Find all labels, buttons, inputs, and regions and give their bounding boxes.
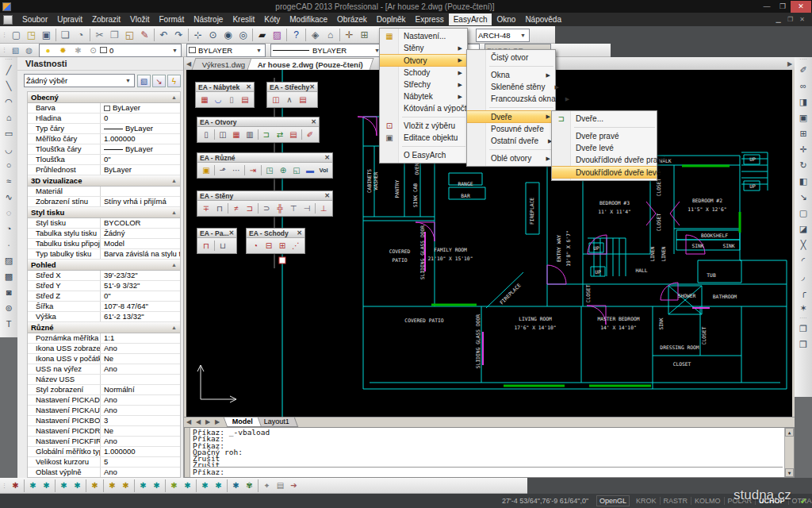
status-check-icon[interactable]: ✔ (800, 496, 807, 506)
layout-tab-scroll-icon[interactable]: ▶ (213, 418, 222, 427)
property-row[interactable]: Název USS (28, 375, 180, 385)
status-toggle-rastr[interactable]: RASTR (661, 497, 692, 505)
command-scrollbar[interactable]: ▲ ▼ (784, 428, 794, 477)
ea-tool-icon[interactable]: ⊥ (317, 202, 330, 214)
menu-item-nastavení-[interactable]: ▦Nastavení... (380, 30, 467, 42)
ea-tool-icon[interactable]: ⊣ (301, 202, 313, 214)
toolbar-icon[interactable]: ✱ (136, 479, 150, 491)
property-row[interactable]: Ikona USS zobrazeníAno (28, 344, 180, 354)
collapse-icon[interactable]: ▲ (171, 94, 177, 100)
menubar-item-easyarch[interactable]: EasyArch (449, 13, 492, 25)
property-row[interactable]: Typ čáryByLayer (28, 124, 180, 134)
color-combo[interactable]: BYLAYER ▼ (186, 44, 266, 57)
menu-item-oblé-otvory[interactable]: Oblé otvory▶ (467, 152, 555, 164)
ea-tool-icon[interactable]: ⊟ (262, 240, 275, 252)
property-row[interactable]: Střed X39'-23/32" (28, 271, 180, 281)
property-value[interactable]: 0" (101, 155, 180, 164)
toolbar-icon[interactable]: ✱ (150, 479, 163, 491)
property-row[interactable]: Střed Y51'-9 3/32" (28, 281, 180, 291)
property-value[interactable]: 51'-9 3/32" (101, 281, 180, 291)
toolbar-icon[interactable]: ✛ (342, 28, 357, 42)
toolbar-icon[interactable]: ✱ (26, 479, 40, 491)
draw-tool-icon[interactable]: ∙ (2, 237, 16, 252)
ea-tool-icon[interactable]: ⊞ (276, 240, 289, 252)
properties-section-header[interactable]: Různé▲ (28, 322, 180, 333)
property-value[interactable]: 5 (101, 457, 180, 467)
close-icon[interactable]: ✕ (246, 83, 251, 90)
menu-item-francouzská-okna[interactable]: Francouzská okna▶ (467, 93, 555, 105)
menubar-item-okno[interactable]: Okno (492, 13, 520, 25)
layout-tab-scroll-icon[interactable]: ◀ (184, 418, 193, 427)
property-value[interactable]: ByLayer (101, 124, 180, 133)
toolbar-icon[interactable]: ✱ (105, 479, 119, 491)
property-row[interactable]: Globální měřítko typu č...1.000000 (28, 447, 180, 457)
property-value[interactable]: 1.000000 (101, 134, 180, 144)
property-value[interactable]: Ano (101, 437, 180, 446)
properties-section-header[interactable]: Styl tisku▲ (28, 207, 180, 218)
toolbar-icon[interactable]: ↷ (171, 28, 186, 42)
property-row[interactable]: Materiál (28, 187, 180, 197)
modify-tool-icon[interactable]: ╳ (796, 237, 810, 252)
ea-tool-icon[interactable]: ⊤ (287, 202, 300, 214)
document-tab[interactable]: Výkres1.dwg (192, 58, 256, 70)
menubar-item-modifikace[interactable]: Modifikace (285, 13, 332, 25)
draw-tool-icon[interactable]: ∿ (2, 189, 16, 205)
ea-tool-icon[interactable]: ⊕ (277, 164, 289, 176)
toolbar-icon[interactable]: ✱ (9, 479, 22, 491)
property-value[interactable]: BYCOLOR (101, 218, 180, 228)
property-row[interactable]: Střed Z0" (28, 291, 180, 302)
property-value[interactable]: 107'-8 47/64" (101, 302, 180, 311)
toolbar-icon[interactable]: ✂ (92, 28, 107, 42)
property-row[interactable]: Nastavení PICKDRAGNe (28, 426, 180, 437)
toolbar-icon[interactable]: ✱ (40, 479, 53, 491)
ea-tool-icon[interactable]: ▤ (287, 129, 300, 140)
property-value[interactable]: Ano (101, 468, 180, 477)
modify-tool-icon[interactable]: ∞ (796, 78, 810, 94)
selection-combo[interactable]: Žádný výběr ▼ (24, 74, 135, 87)
modify-tool-icon[interactable]: ❒ (796, 337, 810, 352)
menu-item-střechy[interactable]: Střechy▶ (380, 79, 467, 90)
ea-tool-icon[interactable]: ⊐ (260, 129, 273, 140)
ea-tool-icon[interactable]: ⊐ (243, 202, 256, 214)
property-row[interactable]: Zobrazení stínuStíny vrhá i přijímá (28, 197, 180, 207)
layer-combo[interactable]: ●✹✱⊙ 0 ▼ (39, 44, 182, 57)
toolbar-icon[interactable]: ⊹ (190, 28, 205, 42)
property-value[interactable] (101, 375, 180, 384)
toolbar-icon[interactable]: ▨ (270, 28, 285, 42)
toolbar-icon[interactable]: ✱ (57, 479, 71, 491)
property-row[interactable]: USS na výřezAno (28, 364, 180, 375)
status-toggle-krok[interactable]: KROK (633, 497, 661, 505)
menu-item-stěny[interactable]: Stěny▶ (380, 42, 467, 54)
toolbar-icon[interactable]: ✱ (71, 44, 85, 56)
draw-tool-icon[interactable]: ⌂ (2, 110, 16, 125)
toolbar-icon[interactable]: ⊞ (357, 28, 372, 42)
draw-tool-icon[interactable]: ▨ (2, 252, 16, 268)
mdi-window-controls[interactable]: ▁ ❐ ✕ (776, 16, 812, 23)
property-row[interactable]: Poznámka měřítka1:1 (28, 333, 180, 344)
property-value[interactable]: 1:1 (101, 333, 180, 343)
draw-tool-icon[interactable]: ▭ (2, 125, 16, 141)
ea-tool-icon[interactable]: ▤ (297, 94, 309, 106)
property-row[interactable]: Tabulku tisku připojit kModel (28, 239, 180, 249)
ea-tool-icon[interactable]: ⋰ (289, 240, 302, 252)
modify-tool-icon[interactable]: ◧ (796, 173, 810, 189)
toolbar-icon[interactable]: ● (41, 44, 55, 56)
menu-item-čistý-otvor[interactable]: Čistý otvor (467, 52, 555, 64)
modify-tool-icon[interactable]: ▢ (796, 205, 810, 221)
property-value[interactable]: Ne (101, 426, 180, 436)
property-value[interactable]: Ne (101, 354, 180, 364)
renderer-badge[interactable]: OpenGL (596, 495, 630, 506)
property-value[interactable]: 0" (101, 291, 180, 301)
maximize-button[interactable]: ❐ (775, 2, 791, 12)
ea-tool-icon[interactable]: ◔ (249, 240, 262, 252)
ea-tool-icon[interactable]: ⋯ (230, 164, 243, 176)
toolbar-icon[interactable]: ▢ (9, 28, 24, 42)
close-icon[interactable]: ✕ (311, 118, 316, 125)
menu-item-ostatní-dveře[interactable]: Ostatní dveře▶ (467, 135, 555, 147)
close-icon[interactable]: ✕ (324, 192, 330, 199)
property-row[interactable]: Tabulka stylu tiskuŽádný (28, 229, 180, 239)
menu-item-dveře-[interactable]: ⊐Dveře... (552, 113, 657, 125)
property-value[interactable] (101, 187, 180, 196)
ea-tool-icon[interactable]: ▦ (198, 94, 211, 106)
modify-tool-icon[interactable]: ↘ (796, 189, 810, 205)
